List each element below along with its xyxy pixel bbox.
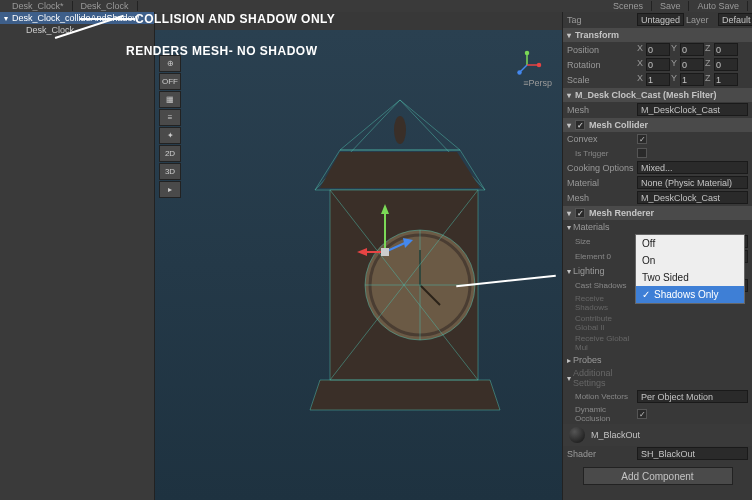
svg-point-5 [517, 70, 522, 75]
persp-label[interactable]: ≡Persp [523, 78, 552, 88]
mesh-renderer-header[interactable]: ▾Mesh Renderer [563, 206, 752, 220]
rot-x[interactable] [646, 58, 670, 71]
mesh-collider-header[interactable]: ▾Mesh Collider [563, 118, 752, 132]
top-tab-bar: Desk_Clock* Desk_Clock Scenes Save Auto … [0, 0, 752, 12]
pos-x[interactable] [646, 43, 670, 56]
orientation-gizmo-icon[interactable] [512, 50, 542, 80]
mesh-renderer-enabled[interactable] [575, 208, 585, 218]
viewport-3d[interactable]: ⊕ OFF ▦ ≡ ✦ 2D 3D ▸ ≡Persp [155, 30, 562, 500]
tool-btn-0[interactable]: ⊕ [159, 55, 181, 72]
scl-y[interactable] [680, 73, 704, 86]
collider-mesh[interactable]: M_DeskClock_Cast [637, 191, 748, 204]
svg-point-10 [394, 116, 406, 144]
prefab-breadcrumb [155, 12, 562, 30]
dynamic-occ-checkbox[interactable] [637, 409, 647, 419]
hierarchy-item-collide-shadow[interactable]: ▾Desk_Clock_collideAndShadow [0, 12, 154, 24]
svg-point-4 [537, 63, 542, 68]
scl-z[interactable] [714, 73, 738, 86]
physic-material[interactable]: None (Physic Material) [637, 176, 748, 189]
tool-btn-3[interactable]: ≡ [159, 109, 181, 126]
autosave-toggle[interactable]: Auto Save [689, 1, 748, 11]
scl-x[interactable] [646, 73, 670, 86]
tab-desk-clock-prefab[interactable]: Desk_Clock* [4, 1, 73, 11]
dropdown-option-on[interactable]: On [636, 252, 744, 269]
tool-btn-4[interactable]: ✦ [159, 127, 181, 144]
motion-vectors-dropdown[interactable]: Per Object Motion [637, 390, 748, 403]
clock-mesh-preview [285, 90, 515, 430]
add-component-button[interactable]: Add Component [583, 467, 733, 485]
hierarchy-item-desk-clock[interactable]: Desk_Clock [0, 24, 154, 36]
tool-btn-6[interactable]: 3D [159, 163, 181, 180]
cast-shadows-menu: Off On Two Sided ✓Shadows Only [635, 234, 745, 304]
hierarchy-panel: ▾Desk_Clock_collideAndShadow Desk_Clock [0, 12, 155, 500]
tag-dropdown[interactable]: Untagged [637, 13, 684, 26]
tool-btn-5[interactable]: 2D [159, 145, 181, 162]
mesh-filter-mesh[interactable]: M_DeskClock_Cast [637, 103, 748, 116]
layer-dropdown[interactable]: Default [718, 13, 752, 26]
mesh-filter-header[interactable]: ▾M_Desk Clock_Cast (Mesh Filter) [563, 88, 752, 102]
svg-marker-11 [320, 152, 480, 188]
mesh-collider-enabled[interactable] [575, 120, 585, 130]
tool-btn-2[interactable]: ▦ [159, 91, 181, 108]
scene-tools: ⊕ OFF ▦ ≡ ✦ 2D 3D ▸ [159, 55, 183, 198]
material-sphere-icon [569, 427, 585, 443]
convex-checkbox[interactable] [637, 134, 647, 144]
svg-marker-13 [310, 380, 500, 410]
tab-desk-clock[interactable]: Desk_Clock [73, 1, 138, 11]
scene-view[interactable]: ◐ 2D ☀ 🔊 ☁ ▾ ⊕ OFF ▦ ≡ ✦ 2D 3D ▸ [155, 12, 562, 500]
tool-btn-1[interactable]: OFF [159, 73, 181, 90]
inspector-panel: Tag Untagged Layer Default ▾Transform Po… [562, 12, 752, 500]
trigger-checkbox[interactable] [637, 148, 647, 158]
tool-btn-7[interactable]: ▸ [159, 181, 181, 198]
rot-z[interactable] [714, 58, 738, 71]
transform-header[interactable]: ▾Transform [563, 28, 752, 42]
pos-y[interactable] [680, 43, 704, 56]
dropdown-option-off[interactable]: Off [636, 235, 744, 252]
cooking-dropdown[interactable]: Mixed... [637, 161, 748, 174]
material-preview[interactable]: M_BlackOut [563, 424, 752, 446]
scenes-btn[interactable]: Scenes [605, 1, 652, 11]
pos-z[interactable] [714, 43, 738, 56]
shader-dropdown[interactable]: SH_BlackOut [637, 447, 748, 460]
layer-label: Layer [686, 15, 716, 25]
svg-point-3 [525, 51, 530, 56]
dropdown-option-two-sided[interactable]: Two Sided [636, 269, 744, 286]
save-btn[interactable]: Save [652, 1, 690, 11]
rot-y[interactable] [680, 58, 704, 71]
tag-label: Tag [567, 15, 635, 25]
dropdown-option-shadows-only[interactable]: ✓Shadows Only [636, 286, 744, 303]
